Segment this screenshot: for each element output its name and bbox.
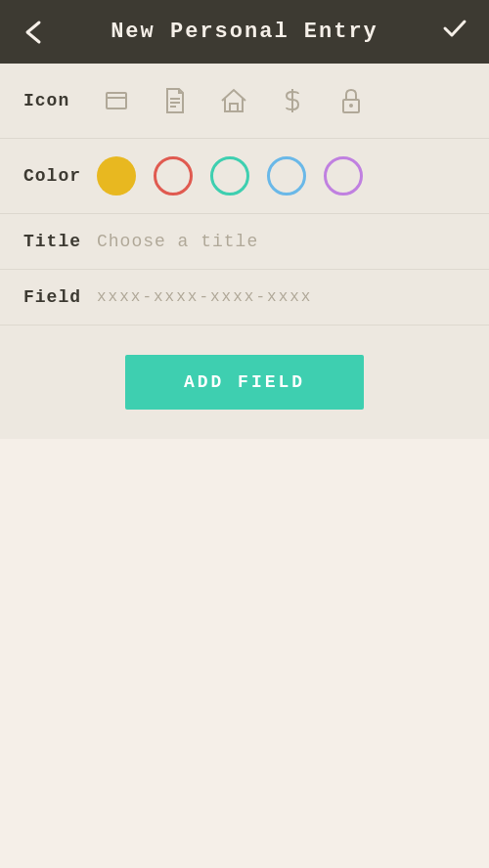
card-icon[interactable] [97,81,136,120]
icon-row: Icon [0,64,489,139]
confirm-button[interactable] [440,14,469,51]
icons-container [97,81,371,120]
field-value[interactable]: xxxx-xxxx-xxxx-xxxx [97,288,312,306]
add-field-section: ADD FIELD [0,326,489,439]
svg-rect-5 [230,104,238,111]
title-label: Title [23,232,97,251]
color-yellow[interactable] [97,156,136,195]
lock-icon[interactable] [332,81,371,120]
page-title: New Personal Entry [111,20,378,44]
icon-label: Icon [23,91,97,110]
document-icon[interactable] [156,81,195,120]
back-button[interactable] [20,18,49,47]
empty-area [0,439,489,868]
colors-container [97,156,363,195]
header: New Personal Entry [0,0,489,64]
color-label: Color [23,166,97,186]
color-blue[interactable] [267,156,306,195]
color-purple[interactable] [324,156,363,195]
dollar-icon[interactable] [273,81,312,120]
title-input[interactable] [97,232,466,251]
house-icon[interactable] [214,81,253,120]
form-area: Icon [0,64,489,326]
title-row: Title [0,214,489,270]
svg-rect-0 [107,93,126,108]
field-label: Field [23,287,97,307]
svg-point-8 [349,104,353,108]
field-row: Field xxxx-xxxx-xxxx-xxxx [0,270,489,326]
add-field-button[interactable]: ADD FIELD [125,355,364,410]
color-teal[interactable] [210,156,249,195]
color-row: Color [0,139,489,214]
color-red[interactable] [154,156,193,195]
